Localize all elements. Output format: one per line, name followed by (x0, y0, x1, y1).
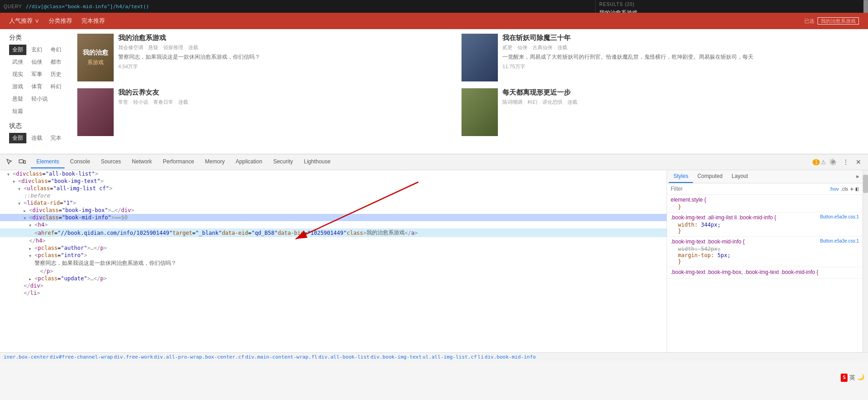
select-element-button[interactable] (4, 156, 15, 168)
breadcrumb-item-1[interactable]: iner.box-center (4, 354, 49, 360)
add-style-button[interactable]: + (850, 185, 853, 192)
nav-item-popular[interactable]: 人气推荐 ∨ (9, 17, 40, 25)
filter-cls-button[interactable]: .cls (841, 186, 848, 192)
right-scrollbar[interactable] (863, 170, 868, 352)
html-line-2[interactable]: <div class="book-img-text" > (0, 177, 667, 185)
breadcrumb-item-3[interactable]: div.free-work (114, 354, 153, 360)
toggle-triangle[interactable] (13, 178, 18, 184)
styles-tab-more[interactable]: » (854, 170, 861, 183)
book-cover-1[interactable]: 我的治愈 系游戏 (77, 34, 114, 81)
html-line-15[interactable]: <p class="update" >…</p> (0, 275, 667, 282)
tag-xianshi[interactable]: 现实 (9, 69, 26, 80)
tab-lighthouse[interactable]: Lighthouse (298, 156, 336, 168)
tag-light[interactable]: 轻小说 (28, 94, 51, 104)
tag-youxi[interactable]: 游戏 (9, 81, 26, 92)
status-all[interactable]: 全部 (9, 133, 26, 143)
toggle-triangle[interactable] (24, 207, 29, 213)
device-toggle-button[interactable] (16, 156, 28, 168)
tag-all[interactable]: 全部 (9, 45, 26, 55)
tag-xianxia[interactable]: 仙侠 (28, 57, 45, 67)
style-close-1: } (671, 204, 859, 210)
html-line-16[interactable]: </div> (0, 282, 667, 289)
breadcrumb-item-7[interactable]: div.book-img-text (371, 354, 422, 360)
filter-hov-button[interactable]: :hov (829, 186, 839, 192)
tag-tiyu[interactable]: 体育 (28, 81, 45, 92)
toggle-triangle[interactable] (7, 171, 13, 177)
tag-xuanhuan[interactable]: 玄幻 (28, 45, 45, 55)
warning-icon[interactable]: ⚠ (821, 159, 826, 166)
status-serialized[interactable]: 连载 (28, 133, 45, 143)
toggle-triangle[interactable] (18, 200, 24, 206)
close-devtools-button[interactable]: ✕ (853, 156, 864, 168)
tag-junshi[interactable]: 军事 (28, 69, 45, 80)
breadcrumb-item-8[interactable]: ul.all-img-list.cf (422, 354, 477, 360)
html-line-4[interactable]: ::before (0, 192, 667, 199)
selected-tag[interactable]: 我的治愈系游戏 (818, 17, 859, 25)
html-line-11[interactable]: <p class="author" >…</p> (0, 244, 667, 252)
toggle-triangle[interactable] (24, 214, 29, 221)
html-line-12[interactable]: <p class="intro" > (0, 252, 667, 259)
tag-xuanyi[interactable]: 悬疑 (9, 94, 26, 104)
breadcrumb-item-10[interactable]: div.book-mid-info (485, 354, 536, 360)
settings-button[interactable] (827, 156, 839, 168)
warning-badge: 1 (813, 159, 820, 165)
html-line-3[interactable]: <ul class="all-img-list cf" > (0, 185, 667, 192)
tab-elements[interactable]: Elements (31, 156, 65, 168)
tag-dushi[interactable]: 都市 (47, 57, 65, 67)
html-line-9[interactable]: <a href="//book.qidian.com/info/10259014… (0, 228, 667, 237)
book-title-1[interactable]: 我的治愈系游戏 (118, 34, 452, 42)
book-title-3[interactable]: 我的云养女友 (118, 88, 452, 97)
tab-performance[interactable]: Performance (157, 156, 200, 168)
toggle-triangle[interactable] (18, 185, 24, 192)
book-cover-2[interactable] (462, 34, 498, 81)
nav-item-completed[interactable]: 完本推荐 (81, 17, 105, 25)
scrollbar-thumb[interactable] (863, 175, 868, 193)
tab-memory[interactable]: Memory (200, 156, 230, 168)
tab-sources[interactable]: Sources (95, 156, 126, 168)
html-line-10[interactable]: </h4> (0, 237, 667, 244)
tag-lishi[interactable]: 历史 (47, 69, 65, 80)
styles-tab-layout[interactable]: Layout (727, 170, 753, 183)
tab-application[interactable]: Application (230, 156, 268, 168)
sidebar: 分类 全部 玄幻 奇幻 武侠 仙侠 都市 现实 军事 历史 游戏 体育 科幻 悬… (9, 34, 68, 149)
book-cover-4[interactable] (462, 88, 498, 136)
tab-console[interactable]: Console (65, 156, 95, 168)
html-line-13[interactable]: 警察同志，如果我说这是一款休闲治愈系游戏，你们信吗？ (0, 259, 667, 268)
book-meta-2: 贰更 · 仙侠 · 古典仙侠 · 连载 (502, 44, 837, 51)
tag-short[interactable]: 短篇 (9, 106, 26, 116)
html-line-14[interactable]: </p> (0, 268, 667, 275)
breadcrumb-item-6[interactable]: div.all-book-list (318, 354, 370, 360)
tag-qihuan[interactable]: 奇幻 (47, 45, 65, 55)
book-title-2[interactable]: 我在斩妖司除魔三十年 (502, 34, 837, 42)
html-line-17[interactable]: </li> (0, 289, 667, 297)
breadcrumb-item-9[interactable]: li (478, 354, 484, 360)
tag-kehuan[interactable]: 科幻 (47, 81, 65, 92)
tab-security[interactable]: Security (268, 156, 298, 168)
styles-tab-bar: Styles Computed Layout » (667, 170, 863, 183)
toggle-triangle[interactable] (29, 252, 35, 258)
html-line-5[interactable]: <li data-rid="1" > (0, 199, 667, 207)
more-options-button[interactable]: ⋮ (840, 156, 852, 168)
status-completed[interactable]: 完本 (47, 133, 65, 143)
toggle-triangle[interactable] (29, 222, 35, 228)
book-title-4[interactable]: 每天都离现形更近一步 (502, 88, 837, 97)
styles-tab-styles[interactable]: Styles (669, 170, 693, 183)
tag-wuxia[interactable]: 武侠 (9, 57, 26, 67)
breadcrumb-item-5[interactable]: div.main-content-wrap.fl (245, 354, 317, 360)
collapse-button[interactable]: ◧ (856, 186, 859, 192)
tab-network[interactable]: Network (126, 156, 157, 168)
toggle-triangle[interactable] (29, 245, 35, 251)
html-line-1[interactable]: <div class="all-book-list" > (0, 170, 667, 177)
filter-input[interactable] (671, 186, 828, 192)
breadcrumb-item-2[interactable]: div#free-channel-wrap (50, 354, 113, 360)
breadcrumb-item-4[interactable]: div.all-pro-wrap.box-center.cf (154, 354, 245, 360)
elements-panel[interactable]: <div class="all-book-list" > <div class=… (0, 170, 667, 352)
styles-tab-computed[interactable]: Computed (693, 170, 727, 183)
html-line-6[interactable]: <div class="book-img-box" >…</div> (0, 207, 667, 214)
html-line-8[interactable]: <h4> (0, 221, 667, 228)
book-cover-3[interactable] (77, 88, 114, 136)
toggle-triangle[interactable] (29, 275, 35, 282)
book-item-4: 每天都离现形更近一步 陈词嘲调 · 科幻 · 讲化恐惧 · 连载 (462, 88, 837, 136)
nav-item-category[interactable]: 分类推荐 (49, 17, 72, 25)
html-line-7[interactable]: <div class="book-mid-info" > == $0 (0, 214, 667, 221)
